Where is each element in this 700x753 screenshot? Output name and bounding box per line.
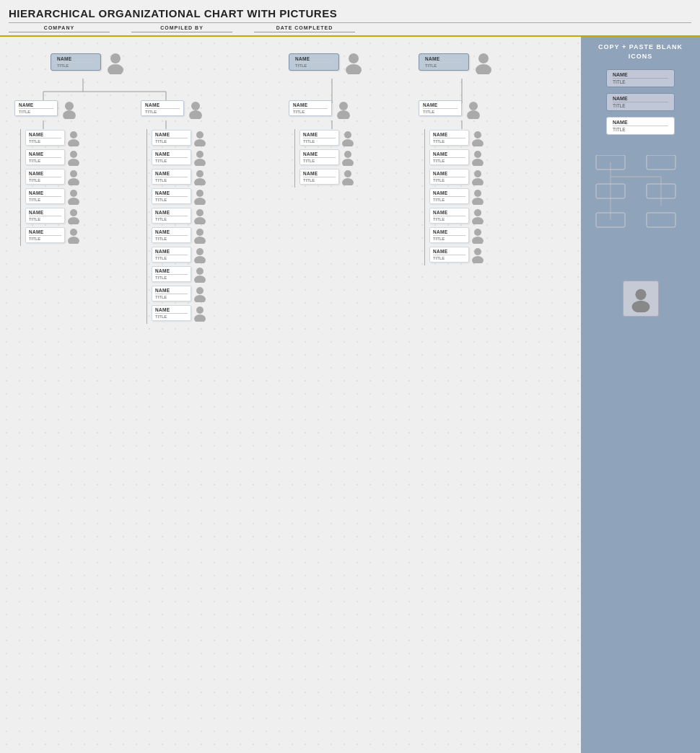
s1-sub2-title: TITLE xyxy=(145,108,180,114)
s1-s2m4-card: NAME TITLE xyxy=(152,188,191,204)
svg-point-50 xyxy=(349,53,359,63)
blank-person-2: NAME TITLE xyxy=(606,93,675,111)
s1-s2m4-title: TITLE xyxy=(155,196,188,202)
s3-m6-title: TITLE xyxy=(433,235,465,241)
s1-m4-title: TITLE xyxy=(29,196,61,202)
blank-card-3-title: TITLE xyxy=(613,126,668,132)
svg-rect-90 xyxy=(647,213,675,227)
svg-point-21 xyxy=(68,159,79,166)
s1-m6-avatar xyxy=(65,226,82,244)
s1-s2m10: NAME TITLE xyxy=(152,304,209,322)
svg-point-76 xyxy=(474,248,481,255)
svg-point-92 xyxy=(631,301,649,312)
s1-m1-name: NAME xyxy=(29,132,61,137)
s1-s2m3-name: NAME xyxy=(155,171,188,176)
s3-m6: NAME TITLE xyxy=(429,226,486,244)
s1-m2-title: TITLE xyxy=(29,157,61,163)
svg-point-40 xyxy=(196,229,204,236)
svg-point-17 xyxy=(189,110,202,119)
date-label: DATE COMPLETED xyxy=(276,25,333,30)
s1-sub2-members: NAME TITLE NAME TITLE xyxy=(146,129,209,324)
s1-s2m9-person: NAME TITLE xyxy=(152,285,209,302)
s1-sub1-avatar xyxy=(59,99,78,118)
s3-m1: NAME TITLE xyxy=(429,129,486,146)
svg-point-54 xyxy=(344,131,351,138)
s1-m4: NAME TITLE xyxy=(25,188,82,205)
s1-top-card: NAME TITLE xyxy=(51,53,101,71)
s3-m1-name: NAME xyxy=(433,132,465,137)
s1-s2m7-card: NAME TITLE xyxy=(152,247,191,263)
s3-sub1-card: NAME TITLE xyxy=(419,100,462,116)
s2-m3-name: NAME xyxy=(303,171,336,176)
svg-point-12 xyxy=(110,53,121,63)
s3-m5-person: NAME TITLE xyxy=(429,207,486,224)
svg-point-15 xyxy=(63,110,76,119)
svg-point-18 xyxy=(70,131,77,138)
s2-sub1-card: NAME TITLE xyxy=(289,100,332,116)
svg-point-51 xyxy=(346,64,362,74)
s1-s2m4: NAME TITLE xyxy=(152,188,209,205)
s1-m3: NAME TITLE xyxy=(25,168,82,185)
connectors-svg xyxy=(7,43,577,742)
s2-m3-card: NAME TITLE xyxy=(299,169,339,185)
s1-m6-name: NAME xyxy=(29,229,61,234)
s1-m5-name: NAME xyxy=(29,210,61,215)
s3-m7-title: TITLE xyxy=(433,255,465,260)
s1-m5-avatar xyxy=(65,207,82,224)
svg-point-62 xyxy=(469,102,478,110)
s2-top-person: NAME TITLE xyxy=(289,50,366,74)
svg-point-44 xyxy=(196,268,204,275)
s3-m7-avatar xyxy=(469,246,486,263)
svg-point-38 xyxy=(196,209,204,216)
s1-sub1-card: NAME TITLE xyxy=(14,100,58,116)
svg-point-58 xyxy=(344,170,351,177)
header: HIERARCHICAL ORGANIZATIONAL CHART WITH P… xyxy=(0,0,700,37)
s1-top-mgr: NAME TITLE xyxy=(51,50,128,76)
s3-m4-name: NAME xyxy=(433,190,465,195)
s3-m7-name: NAME xyxy=(433,249,465,254)
s1-s2m10-name: NAME xyxy=(155,307,188,312)
svg-point-48 xyxy=(196,307,204,314)
s2-top-title: TITLE xyxy=(295,62,333,68)
svg-point-24 xyxy=(70,190,77,197)
s2-sub1-title: TITLE xyxy=(293,108,328,114)
blank-connector-area xyxy=(585,151,696,277)
s1-sub2-card: NAME TITLE xyxy=(141,100,184,116)
s1-sub2: NAME TITLE xyxy=(141,99,204,120)
svg-point-20 xyxy=(70,151,77,158)
s1-s2m7-avatar xyxy=(191,246,209,263)
s1-m2-person: NAME TITLE xyxy=(25,149,82,166)
s1-s2m4-name: NAME xyxy=(155,190,188,195)
s1-s2m9-title: TITLE xyxy=(155,294,188,299)
s1-m1: NAME TITLE xyxy=(25,129,82,146)
blank-card-2-title: TITLE xyxy=(613,102,668,108)
s1-top-person: NAME TITLE xyxy=(51,50,128,74)
s1-s2m1-person: NAME TITLE xyxy=(152,129,209,146)
svg-point-67 xyxy=(472,159,484,166)
s2-m1-card: NAME TITLE xyxy=(299,130,339,146)
svg-point-71 xyxy=(472,198,484,205)
svg-point-63 xyxy=(467,110,480,119)
s1-s2m7-name: NAME xyxy=(155,249,188,254)
svg-point-69 xyxy=(472,178,484,185)
right-panel: COPY + PASTE BLANK ICONS NAME TITLE NAME… xyxy=(581,37,700,753)
s3-m5: NAME TITLE xyxy=(429,207,486,224)
svg-point-26 xyxy=(70,209,77,216)
s2-m1-title: TITLE xyxy=(303,138,336,144)
s3-m5-card: NAME TITLE xyxy=(429,208,469,224)
s1-m6-title: TITLE xyxy=(29,235,61,241)
s3-m1-avatar xyxy=(469,129,486,146)
s1-sub1-title: TITLE xyxy=(19,108,53,114)
svg-point-72 xyxy=(474,209,481,216)
svg-point-56 xyxy=(344,151,351,158)
s1-s2m1: NAME TITLE xyxy=(152,129,209,146)
svg-point-36 xyxy=(196,190,204,197)
page: HIERARCHICAL ORGANIZATIONAL CHART WITH P… xyxy=(0,0,700,753)
s2-sub1-members: NAME TITLE NAME TITLE xyxy=(294,129,356,188)
svg-point-45 xyxy=(194,276,206,283)
s1-m1-title: TITLE xyxy=(29,138,61,144)
s3-top-avatar xyxy=(471,50,496,74)
s1-m6-card: NAME TITLE xyxy=(25,227,65,243)
s1-s2m10-avatar xyxy=(191,304,209,322)
s2-m2-title: TITLE xyxy=(303,157,336,163)
